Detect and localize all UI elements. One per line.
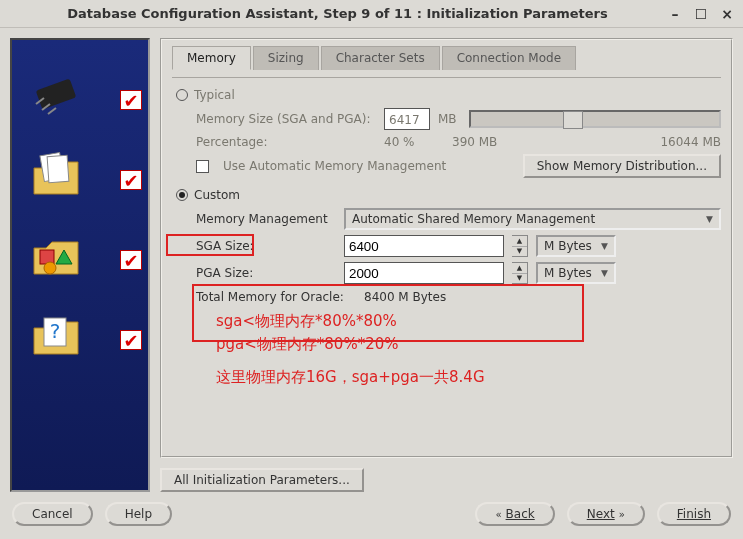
chevron-down-icon: ▼ [512,274,527,284]
wizard-nav-bar: Cancel Help «Back Next» Finish [0,496,743,532]
show-distribution-button[interactable]: Show Memory Distribution... [523,154,721,178]
typical-label: Typical [194,88,235,102]
next-button[interactable]: Next» [567,502,645,526]
minimize-button[interactable]: – [667,6,683,22]
step-check-icon: ✔ [120,170,142,190]
memmgmt-value: Automatic Shared Memory Management [352,212,595,226]
chevron-down-icon: ▼ [601,241,608,251]
sga-spinner[interactable]: ▲▼ [512,235,528,257]
memory-panel: Memory Sizing Character Sets Connection … [160,38,733,458]
pga-unit-select[interactable]: M Bytes ▼ [536,262,616,284]
tab-strip: Memory Sizing Character Sets Connection … [172,46,721,70]
pga-spinner[interactable]: ▲▼ [512,262,528,284]
typical-radio-row[interactable]: Typical [176,88,721,102]
sidebar-step-icon: ✔ [12,144,148,224]
finish-button[interactable]: Finish [657,502,731,526]
tab-connmode[interactable]: Connection Mode [442,46,576,70]
memory-slider [469,110,721,128]
svg-rect-0 [36,78,77,109]
radio-icon [176,89,188,101]
tab-charsets[interactable]: Character Sets [321,46,440,70]
chevron-down-icon: ▼ [512,247,527,257]
chevron-up-icon: ▲ [512,236,527,247]
memmgmt-label: Memory Management [196,212,336,226]
svg-text:?: ? [50,319,61,343]
chevron-down-icon: ▼ [706,214,713,224]
amm-checkbox [196,160,209,173]
chevron-left-icon: « [495,509,501,520]
chevron-up-icon: ▲ [512,263,527,274]
pga-label: PGA Size: [196,266,336,280]
annotation-text: 这里物理内存16G，sga+pga一共8.4G [216,368,721,387]
min-mb: 390 MB [452,135,552,149]
svg-line-3 [48,108,56,114]
sga-unit-value: M Bytes [544,239,592,253]
pct-label: Percentage: [196,135,376,149]
custom-radio-row[interactable]: Custom [176,188,721,202]
annotation-box [166,234,254,256]
step-check-icon: ✔ [120,250,142,270]
radio-icon [176,189,188,201]
memsize-unit: MB [438,112,457,126]
help-button[interactable]: Help [105,502,172,526]
chip-icon [26,64,86,124]
folder-shapes-icon [26,224,86,284]
chevron-right-icon: » [619,509,625,520]
slider-thumb [563,111,583,129]
sga-unit-select[interactable]: M Bytes ▼ [536,235,616,257]
memsize-value: 6417 [384,108,430,130]
step-check-icon: ✔ [120,90,142,110]
pct-value: 40 % [384,135,444,149]
tab-sizing[interactable]: Sizing [253,46,319,70]
titlebar: Database Configuration Assistant, Step 9… [0,0,743,28]
sidebar-step-icon: ✔ [12,64,148,144]
pga-input[interactable] [344,262,504,284]
memmgmt-select[interactable]: Automatic Shared Memory Management ▼ [344,208,721,230]
wizard-sidebar: ✔ ✔ ✔ ? ✔ [10,38,150,492]
sidebar-step-icon: ✔ [12,224,148,304]
memsize-label: Memory Size (SGA and PGA): [196,112,376,126]
annotation-box [192,284,584,342]
amm-label: Use Automatic Memory Management [223,159,446,173]
close-button[interactable]: × [719,6,735,22]
svg-rect-5 [47,155,69,182]
pga-unit-value: M Bytes [544,266,592,280]
sga-input[interactable] [344,235,504,257]
max-mb: 16044 MB [660,135,721,149]
maximize-button[interactable]: ☐ [693,6,709,22]
cancel-button[interactable]: Cancel [12,502,93,526]
svg-point-8 [44,262,56,274]
chevron-down-icon: ▼ [601,268,608,278]
tab-memory[interactable]: Memory [172,46,251,70]
folder-docs-icon [26,144,86,204]
step-check-icon: ✔ [120,330,142,350]
back-button[interactable]: «Back [475,502,554,526]
window-title: Database Configuration Assistant, Step 9… [8,6,667,21]
all-init-params-button[interactable]: All Initialization Parameters... [160,468,364,492]
custom-label: Custom [194,188,240,202]
sidebar-step-icon: ? ✔ [12,304,148,384]
folder-help-icon: ? [26,304,86,364]
